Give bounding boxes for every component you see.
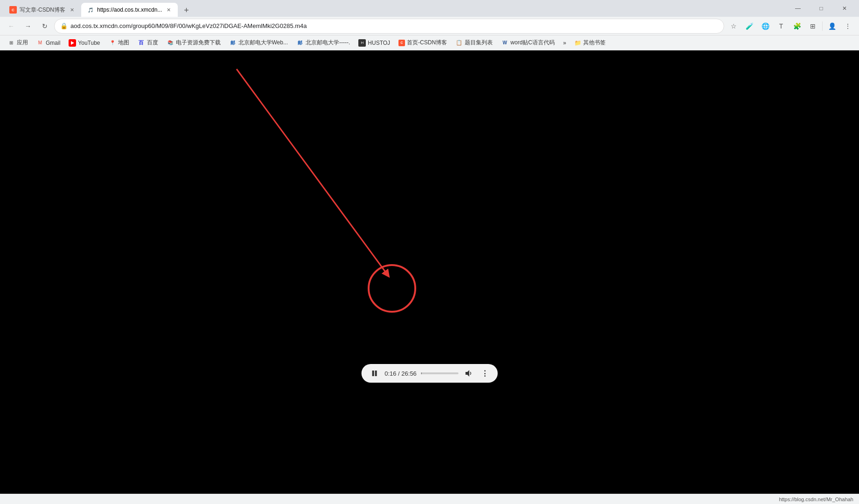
lock-icon: 🔒 bbox=[60, 22, 68, 29]
toolbar-actions: ☆ 🧪 🌐 T 🧩 ⊞ 👤 ⋮ bbox=[726, 19, 855, 34]
tab-aod-title: https://aod.cos.tx.xmcdn... bbox=[97, 7, 162, 13]
bookmark-beipost-web-favicon: 邮 bbox=[229, 39, 237, 47]
bookmark-word-favicon: W bbox=[501, 39, 509, 47]
window-controls: — □ ✕ bbox=[787, 0, 855, 17]
menu-button[interactable]: ⋮ bbox=[840, 19, 855, 34]
more-options-button[interactable]: ⋮ bbox=[479, 368, 490, 379]
tab-aod[interactable]: 🎵 https://aod.cos.tx.xmcdn... ✕ bbox=[81, 3, 178, 17]
toolbar: ← → ↻ 🔒 aod.cos.tx.xmcdn.com/group60/M09… bbox=[0, 17, 859, 35]
tab-csdn-title: 写文章-CSDN博客 bbox=[20, 6, 65, 14]
bookmark-youtube-favicon bbox=[69, 39, 76, 47]
address-text: aod.cos.tx.xmcdn.com/group60/M09/8F/00/w… bbox=[70, 22, 718, 29]
volume-button[interactable] bbox=[463, 368, 475, 379]
status-bar: https://blog.csdn.net/Mr_Ohahah bbox=[0, 494, 859, 504]
bookmark-beipost-label: 北京邮电大学-----. bbox=[306, 39, 350, 47]
bookmark-more[interactable]: » bbox=[559, 37, 570, 49]
back-button[interactable]: ← bbox=[4, 19, 19, 34]
bookmark-problems[interactable]: 📋 题目集列表 bbox=[452, 37, 496, 49]
bookmark-folder-label: 其他书签 bbox=[583, 39, 606, 47]
svg-marker-2 bbox=[466, 370, 469, 377]
status-url: https://blog.csdn.net/Mr_Ohahah bbox=[779, 497, 853, 502]
bookmark-apps[interactable]: ⊞ 应用 bbox=[4, 37, 32, 49]
toolbar-divider bbox=[822, 21, 823, 31]
bookmark-maps-label: 地图 bbox=[118, 39, 129, 47]
tab-aod-close[interactable]: ✕ bbox=[165, 6, 172, 14]
profile-button[interactable]: 👤 bbox=[824, 19, 839, 34]
bookmark-hustoj-label: HUSTOJ bbox=[368, 40, 390, 46]
bookmark-word-label: word贴C语言代码 bbox=[510, 39, 555, 47]
total-time-value: 26:56 bbox=[401, 370, 417, 377]
bookmark-csdn-home[interactable]: C 首页-CSDN博客 bbox=[395, 37, 451, 49]
bookmark-beipost-web[interactable]: 邮 北京邮电大学Web... bbox=[225, 37, 292, 49]
bookmark-youtube-label: YouTube bbox=[78, 40, 100, 46]
new-tab-button[interactable]: + bbox=[180, 4, 193, 17]
google-account-button[interactable]: 🌐 bbox=[758, 19, 773, 34]
bookmark-gmail-label: Gmail bbox=[46, 40, 60, 46]
bookmark-word[interactable]: W word贴C语言代码 bbox=[497, 37, 559, 49]
progress-bar[interactable] bbox=[421, 372, 459, 374]
bookmark-youtube[interactable]: YouTube bbox=[65, 37, 104, 49]
bookmark-folder[interactable]: 📁 其他书签 bbox=[571, 37, 609, 49]
forward-button[interactable]: → bbox=[21, 19, 35, 34]
tab-group: C 写文章-CSDN博客 ✕ 🎵 https://aod.cos.tx.xmcd… bbox=[4, 0, 787, 17]
bookmark-maps[interactable]: 📍 地图 bbox=[105, 37, 133, 49]
address-domain: aod.cos.tx.xmcdn.com bbox=[70, 22, 131, 29]
bookmark-ebook-favicon: 📚 bbox=[167, 39, 174, 47]
title-bar: C 写文章-CSDN博客 ✕ 🎵 https://aod.cos.tx.xmcd… bbox=[0, 0, 859, 17]
annotation-circle bbox=[369, 265, 415, 312]
bookmark-folder-icon: 📁 bbox=[574, 40, 581, 46]
bookmark-baidu[interactable]: 百 百度 bbox=[134, 37, 162, 49]
bookmark-baidu-favicon: 百 bbox=[138, 39, 145, 47]
bookmark-gmail[interactable]: M Gmail bbox=[33, 37, 64, 49]
tab-csdn[interactable]: C 写文章-CSDN博客 ✕ bbox=[4, 3, 81, 17]
media-player: 0:16 / 26:56 ⋮ bbox=[361, 364, 498, 383]
bookmark-apps-favicon: ⊞ bbox=[7, 39, 15, 47]
extensions-button[interactable]: 🧩 bbox=[789, 19, 804, 34]
bookmark-ebook-label: 电子资源免费下载 bbox=[176, 39, 221, 47]
pause-button[interactable] bbox=[369, 368, 380, 379]
volume-icon bbox=[465, 370, 473, 377]
maximize-button[interactable]: □ bbox=[810, 0, 832, 17]
media-current-time: 0:16 / 26:56 bbox=[384, 370, 417, 377]
pause-icon bbox=[371, 370, 377, 377]
bookmark-beipost-favicon: 邮 bbox=[296, 39, 304, 47]
tab-csdn-favicon: C bbox=[9, 6, 17, 14]
bookmarks-bar: ⊞ 应用 M Gmail YouTube 📍 地图 百 百度 📚 电子资源免费下… bbox=[0, 35, 859, 50]
bookmark-csdn-home-label: 首页-CSDN博客 bbox=[407, 39, 447, 47]
progress-fill bbox=[421, 372, 422, 374]
svg-rect-1 bbox=[375, 371, 377, 376]
bookmark-hustoj-favicon: H bbox=[358, 39, 366, 47]
address-bar[interactable]: 🔒 aod.cos.tx.xmcdn.com/group60/M09/8F/00… bbox=[54, 19, 724, 34]
address-path: /group60/M09/8F/00/wKgLeVz027iDGAE-AMeml… bbox=[131, 22, 307, 29]
tab-aod-favicon: 🎵 bbox=[87, 6, 94, 14]
main-content[interactable]: 0:16 / 26:56 ⋮ bbox=[0, 50, 859, 504]
chrome-labs-button[interactable]: 🧪 bbox=[742, 19, 757, 34]
bookmark-maps-favicon: 📍 bbox=[109, 39, 116, 47]
media-hub-button[interactable]: ⊞ bbox=[805, 19, 820, 34]
bookmark-more-label: » bbox=[563, 40, 566, 46]
bookmark-baidu-label: 百度 bbox=[147, 39, 158, 47]
translate-button[interactable]: T bbox=[774, 19, 789, 34]
bookmark-beipost[interactable]: 邮 北京邮电大学-----. bbox=[293, 37, 354, 49]
reload-button[interactable]: ↻ bbox=[37, 19, 52, 34]
bookmark-beipost-web-label: 北京邮电大学Web... bbox=[238, 39, 288, 47]
bookmark-hustoj[interactable]: H HUSTOJ bbox=[355, 37, 394, 49]
bookmark-gmail-favicon: M bbox=[36, 39, 44, 47]
svg-rect-0 bbox=[372, 371, 374, 376]
annotation-arrow-line bbox=[237, 69, 387, 274]
bookmark-csdn-home-favicon: C bbox=[398, 40, 405, 46]
bookmark-ebook[interactable]: 📚 电子资源免费下载 bbox=[163, 37, 224, 49]
tab-csdn-close[interactable]: ✕ bbox=[68, 6, 76, 14]
close-button[interactable]: ✕ bbox=[834, 0, 855, 17]
more-options-icon: ⋮ bbox=[481, 369, 489, 378]
bookmark-problems-label: 题目集列表 bbox=[465, 39, 493, 47]
bookmark-apps-label: 应用 bbox=[17, 39, 28, 47]
minimize-button[interactable]: — bbox=[787, 0, 809, 17]
current-time-value: 0:16 bbox=[384, 370, 396, 377]
annotation-overlay bbox=[0, 50, 859, 504]
bookmark-problems-favicon: 📋 bbox=[455, 39, 463, 47]
bookmark-star-button[interactable]: ☆ bbox=[726, 19, 741, 34]
